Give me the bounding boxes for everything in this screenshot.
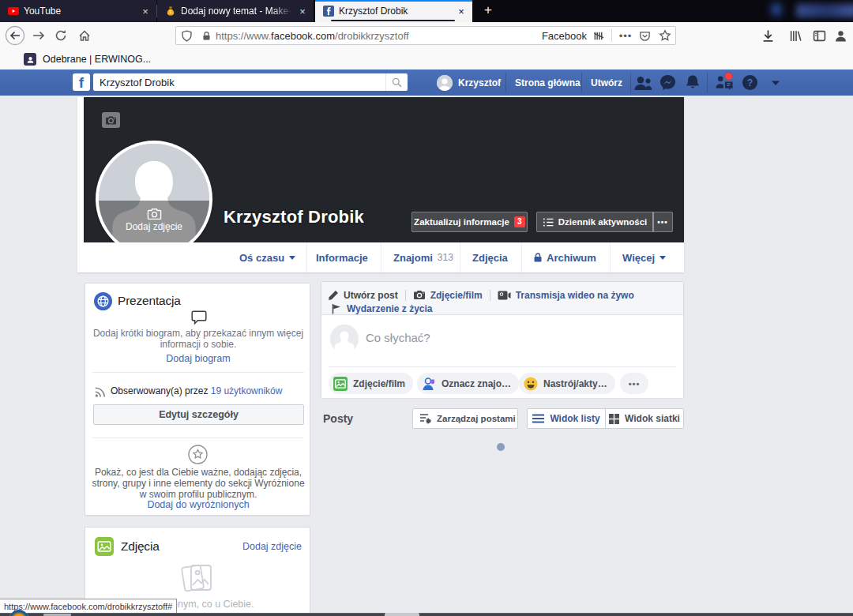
edit-details-button[interactable]: Edytuj szczegóły <box>93 404 304 425</box>
nav-profile-link[interactable]: Krzysztof <box>437 69 501 96</box>
new-tab-button[interactable]: + <box>477 0 499 22</box>
moneybag-icon <box>165 6 176 17</box>
help-icon[interactable]: ? <box>739 69 760 96</box>
nav-separator <box>630 73 631 92</box>
facebook-search-input[interactable]: Krzysztof Drobik <box>93 73 408 91</box>
tab-friends[interactable]: Znajomi313 <box>393 242 453 272</box>
facebook-logo[interactable]: f <box>73 73 90 91</box>
home-button[interactable] <box>76 22 93 49</box>
composer-action-mood[interactable]: Nastrój/akty… <box>519 373 615 394</box>
nav-create-link[interactable]: Utwórz <box>591 69 622 96</box>
reload-button[interactable] <box>52 22 70 49</box>
browser-tab-bar: YouTube × Dodaj nowy temat - Make-cash ×… <box>0 0 853 22</box>
tab-archive[interactable]: Archiwum <box>534 242 596 272</box>
pencil-icon <box>328 290 339 301</box>
profile-picture[interactable]: Dodaj zdjęcie <box>96 141 212 257</box>
composer-action-more[interactable]: ••• <box>620 373 648 394</box>
posts-section-title: Posty <box>323 412 353 425</box>
bookmark-item[interactable]: Odebrane | ERWINOG... <box>43 54 151 65</box>
library-button[interactable] <box>785 22 806 49</box>
profile-header-card: Krzysztof Drobik Zaktualizuj informacje3… <box>77 97 684 272</box>
photos-hint-text: nnym, co u Ciebie. <box>172 599 254 610</box>
tab-photos[interactable]: Zdjęcia <box>472 242 508 272</box>
taskbar-item[interactable] <box>385 613 419 616</box>
pocket-icon[interactable] <box>634 30 655 42</box>
nav-avatar <box>437 75 453 91</box>
tab-title: Krzysztof Drobik <box>339 6 453 17</box>
add-photo-link[interactable]: Dodaj zdjęcie <box>232 541 302 552</box>
back-button[interactable] <box>4 22 26 49</box>
friends-count: 313 <box>438 252 453 263</box>
facebook-navbar: f Krzysztof Drobik Krzysztof Strona głów… <box>0 69 853 96</box>
account-button[interactable] <box>831 22 850 49</box>
sidebar-button[interactable] <box>809 22 829 49</box>
add-featured-link[interactable]: Dodaj do wyróżnionych <box>85 499 311 510</box>
tab-close-icon[interactable]: × <box>137 6 153 17</box>
forward-button[interactable] <box>30 22 47 49</box>
status-tooltip: https://www.facebook.com/drobikkrzysztof… <box>0 599 177 614</box>
account-menu-caret-icon[interactable] <box>766 69 785 96</box>
tab-about[interactable]: Informacje <box>316 242 368 272</box>
container-label: Facebook <box>542 30 587 42</box>
nav-user-name: Krzysztof <box>458 77 501 88</box>
status-input[interactable]: Co słychać? <box>366 331 430 344</box>
search-icon[interactable] <box>385 73 408 91</box>
grid-view-icon <box>609 414 619 424</box>
url-text[interactable]: https://www.facebook.com/drobikkrzysztof… <box>216 30 542 42</box>
add-bio-link[interactable]: Dodaj biogram <box>85 353 311 364</box>
composer-tab-event[interactable]: Wydarzenie z życia <box>347 303 433 314</box>
tab-close-icon[interactable]: × <box>453 6 469 17</box>
tab-makecash[interactable]: Dodaj nowy temat - Make-cash × <box>157 0 314 22</box>
composer-tab-create[interactable]: Utwórz post <box>344 290 398 301</box>
featured-text: Pokaż, co jest dla Ciebie ważne, dodając… <box>88 467 308 500</box>
tab-more[interactable]: Więcej <box>622 242 666 272</box>
download-button[interactable] <box>758 22 777 49</box>
notifications-icon[interactable] <box>682 69 704 96</box>
followers-icon <box>94 384 108 401</box>
lock-icon[interactable] <box>197 31 216 41</box>
profile-tabs: Oś czasu Informacje Znajomi313 Zdjęcia A… <box>77 242 684 272</box>
profile-picture-inner: Dodaj zdjęcie <box>99 144 209 254</box>
friend-requests-icon[interactable] <box>632 69 654 96</box>
url-bar[interactable]: https://www.facebook.com/drobikkrzysztof… <box>175 26 676 45</box>
tab-youtube[interactable]: YouTube × <box>0 0 156 22</box>
followers-row: Obserwowany(a) przez 19 użytkowników <box>111 385 282 396</box>
manage-posts-button[interactable]: Zarządzaj postami <box>412 408 518 429</box>
cover-more-button[interactable]: ••• <box>652 212 673 232</box>
profile-tab-separator <box>521 242 522 272</box>
page-actions-icon[interactable]: ••• <box>617 30 634 42</box>
add-cover-camera-icon[interactable] <box>102 112 120 128</box>
composer-tab-live[interactable]: Transmisja wideo na żywo <box>516 290 634 301</box>
composer-action-photo[interactable]: Zdjęcie/film <box>329 373 413 394</box>
profile-tab-separator <box>306 242 307 272</box>
list-view-button[interactable]: Widok listy <box>528 409 606 428</box>
nav-separator <box>581 73 582 92</box>
status-url-text: https://www.facebook.com/drobikkrzysztof… <box>4 602 172 611</box>
bookmark-star-icon[interactable] <box>655 29 675 42</box>
profile-tab-separator <box>610 242 611 272</box>
facebook-favicon <box>323 6 334 17</box>
speech-bubble-icon <box>191 310 207 328</box>
screen: YouTube × Dodaj nowy temat - Make-cash ×… <box>0 0 853 616</box>
activity-log-button[interactable]: Dziennik aktywności <box>536 212 654 232</box>
update-info-button[interactable]: Zaktualizuj informacje3 <box>411 212 528 232</box>
nav-home-link[interactable]: Strona główna <box>515 69 581 96</box>
featured-star-icon <box>188 445 208 468</box>
tab-timeline[interactable]: Oś czasu <box>239 242 295 272</box>
composer-tab-photo[interactable]: Zdjęcie/film <box>430 290 483 301</box>
photos-title: Zdjęcia <box>121 539 160 554</box>
nav-separator <box>505 73 506 92</box>
tracking-shield-icon[interactable] <box>176 30 197 42</box>
messenger-icon[interactable] <box>656 69 678 96</box>
camera-icon <box>147 208 162 220</box>
search-value: Krzysztof Drobik <box>100 77 385 88</box>
tab-facebook-active[interactable]: Krzysztof Drobik × <box>315 0 472 22</box>
forward-icon <box>32 29 45 42</box>
caret-down-icon <box>659 256 666 260</box>
tab-close-icon[interactable]: × <box>295 6 310 17</box>
grid-view-button[interactable]: Widok siatki <box>606 409 683 428</box>
followers-count-link[interactable]: 19 użytkowników <box>211 385 283 396</box>
urlbar-separator <box>611 29 612 42</box>
tag-friend-icon <box>422 377 436 391</box>
composer-action-tag[interactable]: Oznacz znajo… <box>417 373 519 394</box>
